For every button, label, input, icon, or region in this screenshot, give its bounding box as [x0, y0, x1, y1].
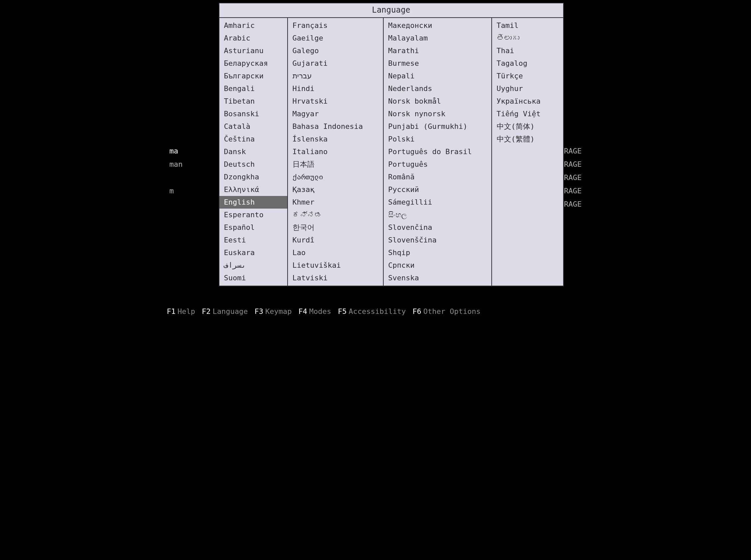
- language-option[interactable]: Esperanto: [219, 208, 287, 221]
- language-option[interactable]: Slovenščina: [384, 234, 492, 246]
- language-option[interactable]: Malayalam: [384, 32, 492, 44]
- language-option[interactable]: Burmese: [384, 57, 492, 70]
- language-option[interactable]: Português do Brasil: [384, 145, 492, 158]
- language-option[interactable]: ىسراف: [219, 259, 287, 272]
- language-option[interactable]: Norsk nynorsk: [384, 107, 492, 120]
- language-option[interactable]: Türkçe: [492, 70, 563, 82]
- background-text-left: man: [170, 158, 183, 171]
- language-option[interactable]: Ελληνικά: [219, 183, 287, 196]
- language-option[interactable]: Gaeilge: [288, 32, 383, 44]
- language-option[interactable]: Thai: [492, 44, 563, 57]
- fkey-label: Accessibility: [347, 307, 406, 316]
- language-option[interactable]: తెలుగు: [492, 32, 563, 44]
- language-option[interactable]: Euskara: [219, 246, 287, 259]
- language-option[interactable]: Dzongkha: [219, 171, 287, 183]
- background-text-left: m: [170, 184, 174, 198]
- language-option[interactable]: Asturianu: [219, 44, 287, 57]
- language-option[interactable]: Polski: [384, 133, 492, 145]
- language-option[interactable]: 한국어: [288, 221, 383, 234]
- language-option[interactable]: Suomi: [219, 272, 287, 284]
- language-option[interactable]: Lietuviškai: [288, 259, 383, 272]
- language-option[interactable]: Bengali: [219, 82, 287, 95]
- boot-screen: maD STORAGEmanGB STORAGETORAGEm STORAGET…: [163, 0, 589, 319]
- language-option[interactable]: Tiếng Việt: [492, 107, 563, 120]
- background-text-left: ma: [170, 144, 178, 158]
- fkey-f4[interactable]: F4Modes: [298, 307, 331, 316]
- language-option[interactable]: Беларуская: [219, 57, 287, 70]
- language-dialog: Language AmharicArabicAsturianuБеларуска…: [219, 3, 564, 286]
- language-option[interactable]: Marathi: [384, 44, 492, 57]
- language-option[interactable]: Bosanski: [219, 107, 287, 120]
- fkey-f3[interactable]: F3Keymap: [254, 307, 292, 316]
- language-option[interactable]: Norsk bokmål: [384, 95, 492, 107]
- language-option[interactable]: Hindi: [288, 82, 383, 95]
- language-option[interactable]: Deutsch: [219, 158, 287, 171]
- function-key-bar: F1HelpF2LanguageF3KeymapF4ModesF5Accessi…: [167, 307, 584, 316]
- fkey-label: Other Options: [421, 307, 480, 316]
- language-option[interactable]: Tamil: [492, 19, 563, 32]
- fkey-label: Language: [210, 307, 248, 316]
- language-option[interactable]: Hrvatski: [288, 95, 383, 107]
- language-option[interactable]: Galego: [288, 44, 383, 57]
- language-option[interactable]: Uyghur: [492, 82, 563, 95]
- language-option[interactable]: Lao: [288, 246, 383, 259]
- language-option[interactable]: 中文(繁體): [492, 133, 563, 145]
- language-option[interactable]: Dansk: [219, 145, 287, 158]
- language-option[interactable]: Українська: [492, 95, 563, 107]
- language-option[interactable]: Gujarati: [288, 57, 383, 70]
- language-option[interactable]: Français: [288, 19, 383, 32]
- language-option[interactable]: Қазақ: [288, 183, 383, 196]
- language-option[interactable]: Íslenska: [288, 133, 383, 145]
- fkey-key: F4: [298, 307, 307, 316]
- fkey-f2[interactable]: F2Language: [202, 307, 248, 316]
- language-option[interactable]: සිංහල: [384, 208, 492, 221]
- language-option[interactable]: Tagalog: [492, 57, 563, 70]
- language-option[interactable]: Nepali: [384, 70, 492, 82]
- language-option[interactable]: Nederlands: [384, 82, 492, 95]
- language-option[interactable]: ಕನ್ನಡ: [288, 208, 383, 221]
- language-option[interactable]: Arabic: [219, 32, 287, 44]
- language-option[interactable]: Português: [384, 158, 492, 171]
- dialog-title: Language: [219, 3, 563, 18]
- fkey-key: F3: [254, 307, 263, 316]
- language-option[interactable]: Español: [219, 221, 287, 234]
- fkey-f6[interactable]: F6Other Options: [412, 307, 481, 316]
- language-option[interactable]: 中文(简体): [492, 120, 563, 133]
- language-option[interactable]: English: [219, 196, 287, 208]
- language-option[interactable]: Khmer: [288, 196, 383, 208]
- language-option[interactable]: Slovenčina: [384, 221, 492, 234]
- language-option[interactable]: Sámegillii: [384, 196, 492, 208]
- language-option[interactable]: Svenska: [384, 272, 492, 284]
- fkey-f5[interactable]: F5Accessibility: [338, 307, 406, 316]
- language-option[interactable]: Magyar: [288, 107, 383, 120]
- language-option[interactable]: Српски: [384, 259, 492, 272]
- fkey-label: Help: [175, 307, 195, 316]
- language-column: TamilతెలుగుThaiTagalogTürkçeUyghurУкраїн…: [492, 18, 563, 152]
- language-option[interactable]: Čeština: [219, 133, 287, 145]
- fkey-key: F1: [167, 307, 176, 316]
- language-option[interactable]: Amharic: [219, 19, 287, 32]
- language-column: МакедонскиMalayalamMarathiBurmeseNepaliN…: [384, 18, 492, 286]
- language-column: FrançaisGaeilgeGalegoGujaratiעבריתHindiH…: [288, 18, 384, 286]
- language-option[interactable]: Català: [219, 120, 287, 133]
- fkey-f1[interactable]: F1Help: [167, 307, 195, 316]
- language-option[interactable]: Shqip: [384, 246, 492, 259]
- language-option[interactable]: Русский: [384, 183, 492, 196]
- language-option[interactable]: Tibetan: [219, 95, 287, 107]
- language-option[interactable]: Eesti: [219, 234, 287, 246]
- language-option[interactable]: Bahasa Indonesia: [288, 120, 383, 133]
- fkey-key: F5: [338, 307, 347, 316]
- language-option[interactable]: Italiano: [288, 145, 383, 158]
- language-column: AmharicArabicAsturianuБеларускаяБългарск…: [219, 18, 288, 286]
- language-option[interactable]: Македонски: [384, 19, 492, 32]
- language-option[interactable]: Latviski: [288, 272, 383, 284]
- language-option[interactable]: Română: [384, 171, 492, 183]
- language-option[interactable]: 日本語: [288, 158, 383, 171]
- language-option[interactable]: ქართული: [288, 171, 383, 183]
- language-option[interactable]: Kurdî: [288, 234, 383, 246]
- language-option[interactable]: Punjabi (Gurmukhi): [384, 120, 492, 133]
- fkey-key: F2: [202, 307, 211, 316]
- fkey-label: Modes: [307, 307, 331, 316]
- language-option[interactable]: Български: [219, 70, 287, 82]
- language-option[interactable]: עברית: [288, 70, 383, 82]
